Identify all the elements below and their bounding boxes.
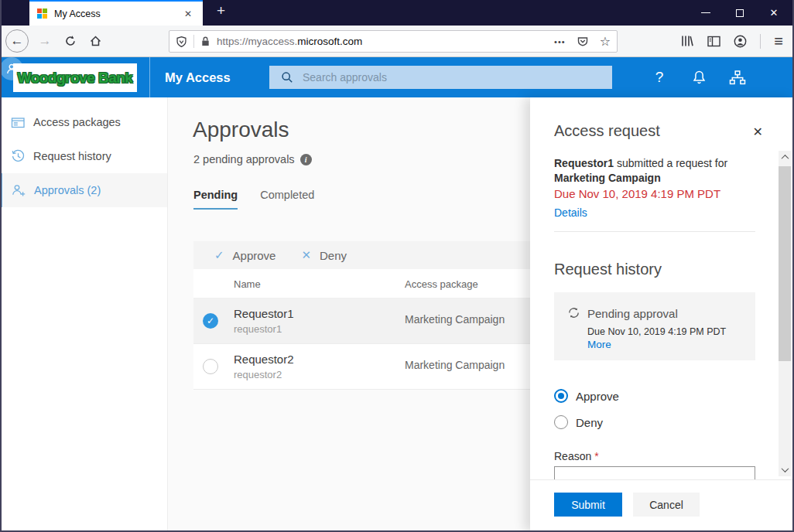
deny-x-icon: ✕ — [301, 248, 311, 262]
submit-button[interactable]: Submit — [554, 493, 622, 517]
panel-footer: Submit Cancel — [530, 479, 794, 532]
sidebar-item-label: Access packages — [33, 116, 121, 128]
tab-pending[interactable]: Pending — [193, 189, 238, 210]
page-title: Approvals — [193, 118, 289, 142]
help-button[interactable]: ? — [650, 57, 669, 97]
requestor-username: requestor2 — [234, 367, 294, 383]
tab-completed[interactable]: Completed — [260, 189, 314, 210]
reason-label: Reason* — [554, 450, 599, 462]
pending-count-text: 2 pending approvals — [193, 153, 295, 165]
panel-scrollbar[interactable] — [779, 151, 791, 476]
requestor-name: Requestor1 — [554, 157, 614, 169]
requestor-name-cell: Requestor2 requestor2 — [234, 352, 294, 383]
reload-icon — [64, 35, 77, 47]
url-domain: microsoft.com — [297, 36, 362, 47]
reload-button[interactable] — [60, 29, 80, 53]
approvals-icon — [11, 183, 26, 197]
column-header-access-package[interactable]: Access package — [405, 278, 478, 290]
requestor-display-name: Requestor1 — [234, 306, 294, 322]
microsoft-favicon-icon — [37, 9, 48, 19]
sidebar: Access packages Request history Approval… — [0, 97, 168, 532]
window-border — [0, 0, 2, 532]
new-tab-button[interactable]: + — [210, 2, 231, 19]
maximize-button[interactable] — [723, 0, 757, 26]
approve-radio-option[interactable]: Approve — [554, 389, 619, 403]
requestor-username: requestor1 — [234, 322, 294, 337]
bookmark-star-icon[interactable]: ☆ — [600, 34, 611, 49]
tab-title: My Access — [54, 9, 181, 19]
row-selected-checkbox[interactable]: ✓ — [203, 313, 218, 329]
request-summary: Requestor1 submitted a request for Marke… — [554, 156, 757, 201]
notifications-button[interactable] — [689, 57, 709, 97]
scroll-up-icon[interactable] — [779, 151, 791, 164]
info-icon[interactable]: i — [300, 154, 312, 165]
history-card: Pending approval Due Nov 10, 2019 4:19 P… — [554, 292, 755, 360]
sidebars-icon — [707, 36, 720, 47]
row-unselected-checkbox[interactable] — [203, 359, 218, 374]
more-link[interactable]: More — [587, 339, 611, 350]
access-package-cell: Marketing Campaign — [405, 313, 505, 326]
minimize-icon — [701, 12, 710, 13]
home-button[interactable] — [85, 29, 105, 53]
menu-button[interactable]: ≡ — [774, 33, 783, 49]
account-button[interactable] — [734, 35, 747, 48]
access-package-cell: Marketing Campaign — [405, 359, 505, 371]
page-content: Access packages Request history Approval… — [0, 97, 794, 532]
history-due-date: Due Nov 10, 2019 4:19 PM PDT — [587, 326, 726, 337]
required-asterisk: * — [594, 450, 598, 462]
browser-toolbar: ← → https://myaccess.microsoft.com ••• ☆ — [0, 26, 794, 57]
page-actions-icon[interactable]: ••• — [554, 37, 566, 46]
panel-close-icon[interactable]: ✕ — [753, 124, 763, 139]
tab-close-icon[interactable]: ✕ — [181, 7, 195, 21]
pocket-button[interactable] — [577, 36, 589, 48]
deny-radio-option[interactable]: Deny — [554, 415, 603, 429]
bell-icon — [692, 70, 707, 85]
search-input[interactable]: Search approvals — [269, 66, 612, 89]
page-subtitle: 2 pending approvals i — [193, 153, 312, 165]
woodgrove-bank-logo[interactable]: Woodgrove Bank — [13, 63, 137, 92]
header-divider — [149, 57, 150, 97]
sidebar-item-approvals[interactable]: Approvals (2) — [0, 173, 167, 207]
request-history-title: Request history — [554, 261, 662, 278]
deny-command[interactable]: Deny — [320, 249, 347, 262]
search-placeholder: Search approvals — [303, 71, 387, 84]
sidebar-item-label: Approvals (2) — [34, 184, 101, 196]
back-button[interactable]: ← — [5, 29, 29, 53]
organization-button[interactable] — [727, 57, 748, 97]
approve-command[interactable]: Approve — [233, 249, 276, 262]
scroll-down-icon[interactable] — [779, 463, 791, 476]
library-button[interactable] — [680, 35, 694, 47]
tracking-shield-icon — [176, 36, 187, 48]
reason-text: Reason — [554, 450, 591, 462]
logo-text: Woodgrove Bank — [18, 70, 133, 87]
titlebar: My Access ✕ + ✕ — [0, 0, 794, 26]
close-window-button[interactable]: ✕ — [757, 0, 791, 26]
browser-tab[interactable]: My Access ✕ — [29, 0, 203, 26]
request-history-icon — [11, 149, 26, 163]
url-bar[interactable]: https://myaccess.microsoft.com ••• ☆ — [169, 30, 618, 53]
approve-radio-label: Approve — [576, 390, 619, 403]
maximize-icon — [736, 9, 744, 17]
account-icon — [734, 35, 747, 48]
scrollbar-thumb[interactable] — [779, 166, 791, 361]
forward-button[interactable]: → — [35, 29, 55, 53]
column-header-name[interactable]: Name — [234, 278, 261, 290]
cancel-button[interactable]: Cancel — [633, 493, 700, 517]
request-line: Requestor1 submitted a request for — [554, 156, 757, 171]
toolbar-right-icons: ≡ — [680, 29, 783, 53]
minimize-button[interactable] — [689, 0, 723, 26]
requestor-display-name: Requestor2 — [234, 352, 294, 367]
library-icon — [680, 35, 694, 47]
radio-selected-icon[interactable] — [554, 389, 568, 403]
radio-unselected-icon[interactable] — [554, 415, 568, 429]
deny-radio-label: Deny — [576, 416, 603, 429]
sidebar-item-access-packages[interactable]: Access packages — [0, 105, 167, 139]
sidebars-button[interactable] — [707, 36, 720, 47]
panel-title: Access request — [554, 122, 660, 140]
lock-icon — [200, 36, 210, 47]
pocket-icon — [577, 36, 589, 48]
request-due-date: Due Nov 10, 2019 4:19 PM PDT — [554, 186, 757, 201]
sidebar-item-request-history[interactable]: Request history — [0, 139, 167, 173]
url-scheme-host: https://myaccess. — [217, 36, 297, 47]
details-link[interactable]: Details — [554, 206, 587, 219]
